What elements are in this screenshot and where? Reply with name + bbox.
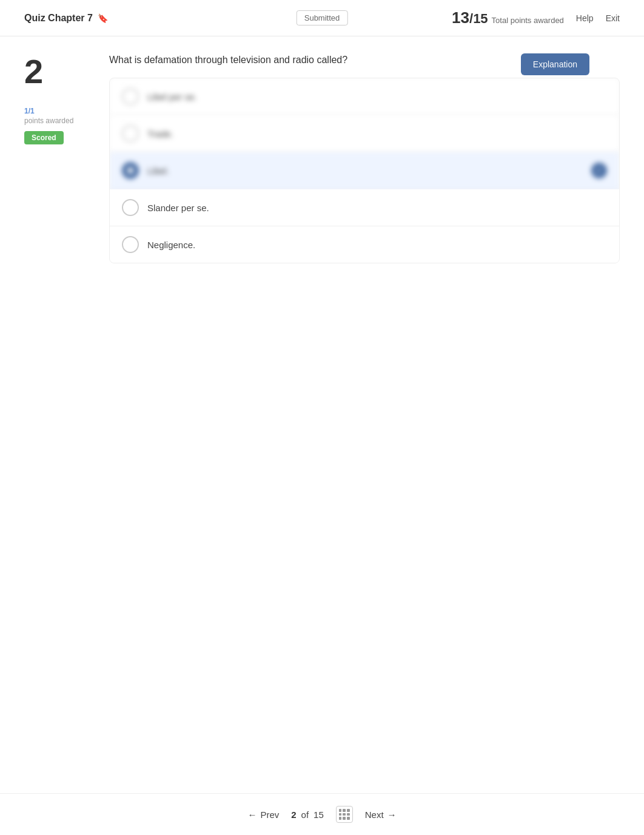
help-button[interactable]: Help (576, 13, 594, 23)
points-label: points awarded (24, 117, 97, 125)
submitted-badge: Submitted (297, 10, 348, 25)
header: Quiz Chapter 7 🔖 Submitted 13/15 Total p… (0, 0, 644, 36)
option-c-radio (122, 162, 139, 179)
score-fraction: 13/15 (452, 8, 488, 27)
quiz-title: Quiz Chapter 7 (24, 13, 93, 24)
correct-check-icon: ✓ (591, 163, 607, 178)
score-label: Total points awarded (492, 16, 564, 25)
score-display: 13/15 Total points awarded (452, 8, 564, 27)
option-e-radio (122, 236, 139, 253)
grid-dot (347, 809, 350, 812)
option-d-text: Slander per se. (147, 203, 607, 213)
option-c[interactable]: Libel. ✓ (110, 152, 619, 189)
option-b-text: Trade. (147, 129, 607, 139)
current-page: 2 (291, 810, 296, 820)
grid-dot (343, 809, 346, 812)
option-b-radio (122, 125, 139, 142)
option-a[interactable]: Libel per se. (110, 78, 619, 115)
grid-dot (347, 813, 350, 816)
points-fraction: 1/1 (24, 107, 97, 115)
prev-label: Prev (260, 810, 279, 820)
option-e[interactable]: Negligence. (110, 226, 619, 263)
option-c-text: Libel. (147, 166, 607, 176)
grid-dot (347, 817, 350, 820)
grid-dot (339, 817, 342, 820)
grid-dot (343, 813, 346, 816)
footer: ← Prev 2 of 15 Next → (0, 793, 644, 835)
question-area: What is defamation through television an… (109, 55, 620, 263)
grid-nav-icon[interactable] (336, 806, 353, 823)
next-arrow-icon: → (387, 810, 397, 820)
score-total: 15 (473, 11, 488, 26)
score-current: 13 (452, 8, 469, 27)
grid-dot (339, 809, 342, 812)
exit-button[interactable]: Exit (606, 13, 620, 23)
explanation-button[interactable]: Explanation (521, 53, 589, 75)
prev-button[interactable]: ← Prev (247, 810, 279, 820)
header-right: 13/15 Total points awarded Help Exit (452, 8, 620, 27)
options-container: Libel per se. Trade. Libel. ✓ Slander pe… (109, 78, 620, 263)
option-e-text: Negligence. (147, 240, 607, 250)
scored-badge: Scored (24, 131, 64, 144)
next-label: Next (365, 810, 384, 820)
prev-arrow-icon: ← (247, 810, 257, 820)
question-number: 2 (24, 55, 97, 89)
of-label: of (301, 810, 309, 820)
option-b[interactable]: Trade. (110, 115, 619, 152)
question-sidebar: 2 1/1 points awarded Scored (24, 55, 97, 263)
grid-dot (343, 817, 346, 820)
option-a-radio (122, 88, 139, 105)
option-d-radio (122, 199, 139, 216)
grid-dot (339, 813, 342, 816)
total-pages: 15 (314, 810, 324, 820)
bookmark-icon[interactable]: 🔖 (98, 13, 108, 23)
next-button[interactable]: Next → (365, 810, 397, 820)
page-info: 2 of 15 (291, 810, 324, 820)
option-a-text: Libel per se. (147, 92, 607, 102)
header-left: Quiz Chapter 7 🔖 (24, 13, 108, 24)
option-d[interactable]: Slander per se. (110, 189, 619, 226)
